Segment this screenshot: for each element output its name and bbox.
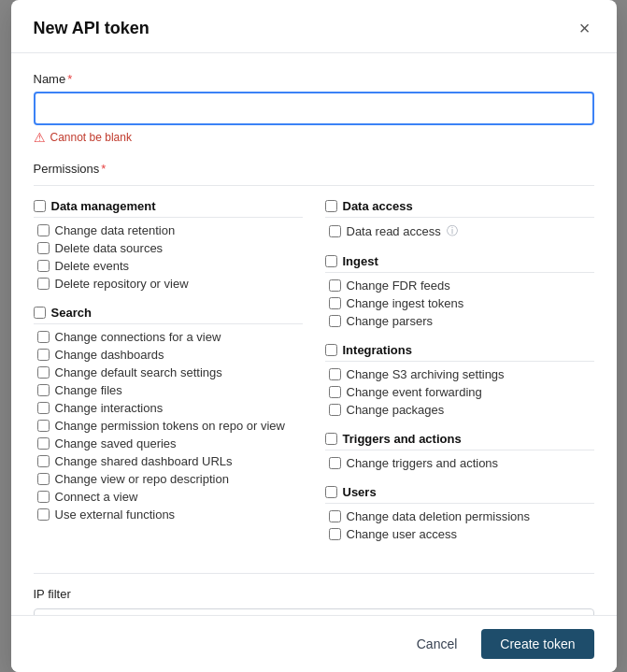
perm-group-triggers-actions: Triggers and actions Change triggers and… (325, 432, 594, 470)
checkbox-change-triggers-actions[interactable] (329, 457, 341, 469)
checkbox-change-permission-tokens[interactable] (37, 420, 50, 432)
perm-item: Delete data sources (34, 241, 303, 255)
checkbox-change-interactions[interactable] (37, 402, 50, 414)
perm-item: Use external functions (34, 508, 303, 522)
perm-group-ingest-title: Ingest (325, 254, 594, 273)
perm-item: Change triggers and actions (325, 456, 594, 470)
permissions-left-col: Data management Change data retention De… (34, 199, 303, 556)
checkbox-delete-repository-or-view[interactable] (37, 278, 50, 290)
checkbox-data-management[interactable] (34, 200, 46, 212)
perm-group-integrations: Integrations Change S3 archiving setting… (325, 343, 594, 417)
checkbox-data-access[interactable] (325, 200, 337, 212)
info-icon: ⓘ (447, 223, 458, 239)
cancel-button[interactable]: Cancel (402, 629, 473, 659)
perm-group-data-access: Data access Data read access ⓘ (325, 199, 594, 239)
checkbox-change-connections[interactable] (37, 331, 50, 343)
error-icon: ⚠ (34, 130, 46, 145)
perm-item: Change user access (325, 527, 594, 541)
perm-group-data-access-title: Data access (325, 199, 594, 218)
perm-item: Change S3 archiving settings (325, 367, 594, 381)
checkbox-change-saved-queries[interactable] (37, 437, 50, 450)
perm-group-data-management-title: Data management (34, 199, 303, 218)
modal-header: New API token × (11, 0, 617, 53)
checkbox-change-user-access[interactable] (329, 528, 341, 540)
perm-item: Change permission tokens on repo or view (34, 419, 303, 433)
name-label: Name* (34, 72, 594, 86)
perm-item: Change interactions (34, 401, 303, 415)
perm-item: Change default search settings (34, 365, 303, 379)
checkbox-users[interactable] (325, 486, 337, 498)
perm-item: Change data deletion permissions (325, 509, 594, 523)
perm-group-data-management: Data management Change data retention De… (34, 199, 303, 291)
modal-body: Name* ⚠ Cannot be blank Permissions* (11, 53, 617, 615)
checkbox-change-s3[interactable] (329, 368, 341, 380)
checkbox-change-dashboards[interactable] (37, 349, 50, 361)
perm-group-triggers-title: Triggers and actions (325, 432, 594, 450)
perm-group-search: Search Change connections for a view Cha… (34, 306, 303, 522)
checkbox-change-event-forwarding[interactable] (329, 386, 341, 398)
checkbox-change-view-repo-desc[interactable] (37, 473, 50, 485)
perm-item: Change data retention (34, 223, 303, 237)
ip-filter-select[interactable]: No IP filter (34, 608, 594, 615)
checkbox-delete-events[interactable] (37, 260, 50, 272)
perm-item: Change saved queries (34, 436, 303, 450)
perm-item: Change event forwarding (325, 385, 594, 399)
checkbox-change-default-search[interactable] (37, 366, 50, 379)
new-api-token-modal: New API token × Name* ⚠ Cannot be blank … (11, 0, 617, 672)
checkbox-triggers-actions[interactable] (325, 433, 337, 445)
perm-item: Change files (34, 383, 303, 397)
perm-item: Data read access ⓘ (325, 223, 594, 239)
name-error: ⚠ Cannot be blank (34, 130, 594, 145)
checkbox-connect-a-view[interactable] (37, 491, 50, 503)
permissions-label: Permissions* (34, 162, 594, 176)
perm-item: Delete repository or view (34, 277, 303, 291)
checkbox-change-data-retention[interactable] (37, 224, 50, 236)
ip-filter-section: IP filter No IP filter ⌄ (34, 573, 594, 615)
permissions-grid: Data management Change data retention De… (34, 185, 594, 556)
perm-group-integrations-title: Integrations (325, 343, 594, 362)
perm-item: Change dashboards (34, 348, 303, 362)
checkbox-delete-data-sources[interactable] (37, 242, 50, 254)
perm-item: Connect a view (34, 490, 303, 504)
checkbox-data-read-access[interactable] (329, 225, 341, 237)
perm-item: Change connections for a view (34, 330, 303, 344)
modal-overlay: New API token × Name* ⚠ Cannot be blank … (0, 0, 627, 672)
checkbox-change-parsers[interactable] (329, 315, 341, 327)
perm-group-ingest: Ingest Change FDR feeds Change ingest to… (325, 254, 594, 328)
checkbox-change-files[interactable] (37, 384, 50, 396)
perm-item: Change FDR feeds (325, 279, 594, 293)
name-input[interactable] (34, 92, 594, 125)
checkbox-change-ingest-tokens[interactable] (329, 297, 341, 309)
checkbox-search[interactable] (34, 307, 46, 319)
perm-item: Change packages (325, 403, 594, 417)
perm-item: Change ingest tokens (325, 296, 594, 310)
checkbox-change-shared-dashboard[interactable] (37, 455, 50, 467)
name-field-group: Name* ⚠ Cannot be blank (34, 72, 594, 145)
modal-title: New API token (34, 19, 150, 38)
perm-item: Change parsers (325, 314, 594, 328)
perm-item: Change shared dashboard URLs (34, 454, 303, 468)
ip-filter-select-wrapper: No IP filter ⌄ (34, 608, 594, 615)
perm-group-users: Users Change data deletion permissions C… (325, 485, 594, 541)
close-button[interactable]: × (576, 17, 594, 39)
checkbox-change-packages[interactable] (329, 404, 341, 416)
perm-group-search-title: Search (34, 306, 303, 324)
perm-item: Delete events (34, 259, 303, 273)
checkbox-use-external-functions[interactable] (37, 508, 50, 521)
checkbox-ingest[interactable] (325, 255, 337, 267)
checkbox-change-fdr-feeds[interactable] (329, 279, 341, 292)
ip-filter-label: IP filter (34, 587, 594, 601)
create-token-button[interactable]: Create token (481, 629, 593, 659)
perm-item: Change view or repo description (34, 472, 303, 486)
checkbox-integrations[interactable] (325, 344, 337, 356)
permissions-right-col: Data access Data read access ⓘ Ingest (325, 199, 594, 556)
modal-footer: Cancel Create token (11, 615, 617, 672)
checkbox-change-data-deletion[interactable] (329, 510, 341, 522)
perm-group-users-title: Users (325, 485, 594, 504)
